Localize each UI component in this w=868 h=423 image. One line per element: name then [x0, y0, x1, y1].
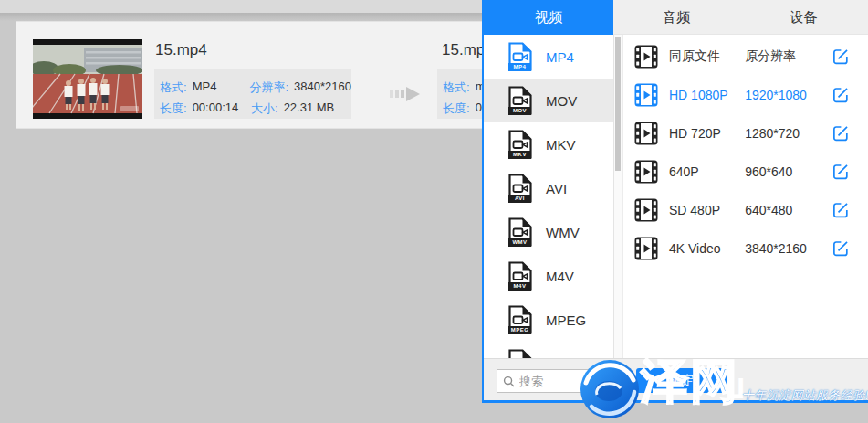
- format-value: MP4: [193, 79, 217, 96]
- source-info-box: 格式: MP4 分辨率: 3840*2160 长度: 00:00:14 大小: …: [154, 69, 351, 119]
- film-icon: [634, 83, 658, 107]
- scrollbar-thumb[interactable]: [615, 37, 621, 171]
- video-thumbnail: [33, 39, 142, 119]
- search-icon: [503, 375, 515, 387]
- quality-item-same-as-source[interactable]: 同原文件 原分辨率: [623, 37, 868, 76]
- popup-bottom-bar: 确定: [484, 358, 868, 400]
- search-input[interactable]: [519, 375, 607, 388]
- format-item-avi[interactable]: AVI AVI: [484, 166, 613, 210]
- file-type-icon: M4V: [507, 261, 533, 291]
- film-icon: [634, 160, 658, 184]
- tab-audio[interactable]: 音频: [613, 0, 739, 35]
- tab-video[interactable]: 视频: [484, 0, 613, 35]
- duration-value: 00:00:14: [193, 100, 239, 117]
- confirm-button[interactable]: 确定: [636, 368, 727, 393]
- format-item-m4v[interactable]: M4V M4V: [484, 254, 613, 298]
- convert-arrow-icon: [390, 85, 421, 103]
- thumbnail-image: [33, 39, 142, 119]
- file-type-icon: MPEG: [507, 305, 533, 334]
- resolution-value: 3840*2160: [294, 79, 351, 96]
- quality-item-640p[interactable]: 640P 960*640: [623, 153, 868, 191]
- format-search-box[interactable]: [497, 369, 615, 393]
- quality-item-hd-1080p[interactable]: HD 1080P 1920*1080: [623, 76, 868, 114]
- size-label: 大小:: [251, 100, 278, 117]
- format-list: MP4 MP4 MOV MOV MKV MKV: [484, 35, 613, 358]
- size-value: 22.31 MB: [284, 100, 335, 117]
- duration-label: 长度:: [160, 100, 187, 117]
- file-type-icon: MP4: [507, 42, 533, 71]
- format-tabs: 视频 音频 设备: [484, 0, 868, 35]
- quality-list: 同原文件 原分辨率 HD 1080P 1920*1080 HD 720P 128…: [622, 35, 868, 358]
- format-item-partial[interactable]: [484, 342, 613, 358]
- film-icon: [634, 237, 658, 260]
- format-item-mp4[interactable]: MP4 MP4: [484, 35, 613, 79]
- tab-device[interactable]: 设备: [739, 0, 868, 35]
- format-item-mkv[interactable]: MKV MKV: [484, 122, 613, 166]
- edit-settings-icon[interactable]: [831, 86, 850, 104]
- format-label: 格式:: [443, 79, 470, 96]
- film-icon: [634, 198, 658, 222]
- format-picker-popup: 视频 音频 设备 MP4 MP4 MOV MOV: [482, 0, 868, 403]
- duration-label: 长度:: [443, 100, 470, 117]
- file-type-icon: WMV: [507, 217, 533, 247]
- film-icon: [634, 122, 658, 145]
- format-list-scrollbar[interactable]: [613, 35, 622, 358]
- format-label: 格式:: [160, 79, 187, 96]
- format-item-wmv[interactable]: WMV WMV: [484, 210, 613, 254]
- edit-settings-icon[interactable]: [831, 201, 850, 219]
- file-type-icon: AVI: [507, 174, 533, 203]
- format-item-mpeg[interactable]: MPEG MPEG: [484, 298, 613, 342]
- resolution-label: 分辨率:: [249, 79, 288, 96]
- quality-item-hd-720p[interactable]: HD 720P 1280*720: [623, 114, 868, 153]
- format-item-mov[interactable]: MOV MOV: [484, 79, 613, 122]
- file-type-icon: [507, 349, 533, 358]
- film-icon: [634, 45, 658, 69]
- thumbnail-watermark: [120, 106, 139, 111]
- quality-item-sd-480p[interactable]: SD 480P 640*480: [623, 191, 868, 229]
- app-window: 15.mp4 格式: MP4 分辨率: 3840*2160 长度: 00:00:…: [0, 0, 868, 423]
- edit-settings-icon[interactable]: [831, 124, 850, 143]
- file-type-icon: MKV: [507, 130, 533, 159]
- edit-settings-icon[interactable]: [831, 239, 850, 258]
- source-file-title: 15.mp4: [155, 41, 207, 59]
- quality-item-4k-video[interactable]: 4K Video 3840*2160: [623, 229, 868, 268]
- edit-settings-icon[interactable]: [831, 163, 850, 181]
- file-type-icon: MOV: [507, 86, 533, 115]
- edit-settings-icon[interactable]: [831, 48, 850, 66]
